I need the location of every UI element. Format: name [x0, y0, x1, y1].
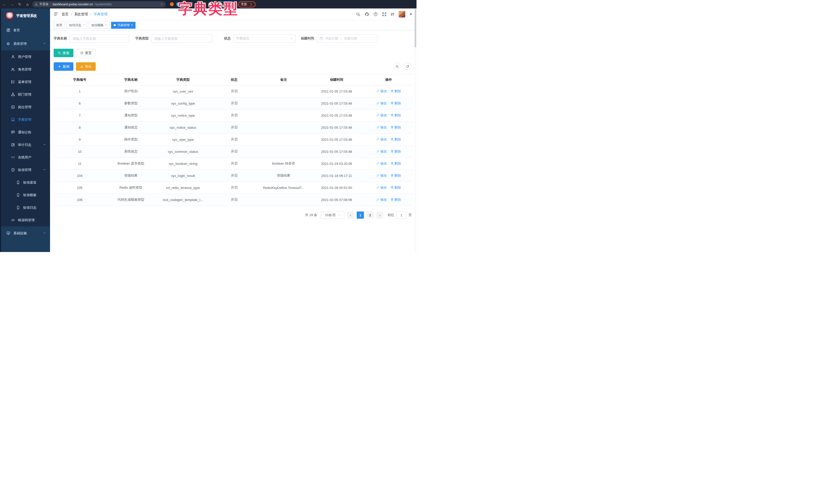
edit-link[interactable]: 修改: [377, 137, 387, 142]
close-icon[interactable]: ×: [105, 23, 107, 27]
font-size-icon[interactable]: tT: [391, 12, 394, 17]
hamburger-icon[interactable]: [54, 12, 58, 17]
cell-dict-type-link[interactable]: sys_boolean_string: [156, 158, 210, 170]
dict-type-input[interactable]: [151, 34, 212, 43]
edit-link[interactable]: 修改: [377, 125, 387, 130]
dict-name-input[interactable]: [70, 34, 129, 43]
breadcrumb-system[interactable]: 系统管理: [74, 12, 88, 17]
paused-badge[interactable]: 已暂停: [217, 1, 236, 7]
extension-icon-ghost[interactable]: [208, 2, 212, 6]
sidebar-item-在线用户[interactable]: 在线用户: [1, 151, 50, 163]
cell-dict-type-link[interactable]: sys_notice_type: [156, 109, 210, 122]
sidebar-item-短信渠道[interactable]: 短信渠道: [1, 176, 50, 189]
back-icon[interactable]: ←: [2, 2, 7, 7]
cell-dict-type-link[interactable]: tool_codegen_template_t...: [156, 194, 210, 206]
cell-dict-type-link[interactable]: sys_notice_status: [156, 122, 210, 133]
refresh-table-button[interactable]: [404, 63, 411, 70]
edit-link[interactable]: 修改: [377, 173, 387, 178]
extension-icon-leaf[interactable]: [202, 2, 206, 6]
show-search-button[interactable]: [394, 63, 401, 70]
extension-icon-blue[interactable]: [176, 2, 180, 6]
scrollbar[interactable]: [414, 8, 416, 252]
cell-dict-type-link[interactable]: sys_login_result: [156, 170, 210, 182]
update-label: 更新: [241, 2, 247, 6]
goto-page-input[interactable]: [396, 211, 406, 219]
close-icon[interactable]: ×: [131, 23, 133, 27]
sidebar-item-错误码管理[interactable]: 错误码管理: [1, 214, 50, 226]
page-button-2[interactable]: 2: [366, 211, 374, 219]
page-button-1[interactable]: 1: [357, 211, 364, 219]
delete-link[interactable]: 删除: [390, 89, 401, 94]
cell-dict-type-link[interactable]: sys_oper_type: [156, 133, 210, 146]
delete-link[interactable]: 删除: [390, 149, 401, 154]
extension-icon-on-switch[interactable]: on: [195, 2, 199, 6]
edit-link[interactable]: 修改: [377, 197, 387, 202]
delete-link[interactable]: 删除: [390, 185, 401, 190]
edit-link[interactable]: 修改: [377, 161, 387, 166]
sidebar-logo[interactable]: 芋道管理系统: [1, 8, 50, 23]
update-button[interactable]: 更新 ⋮: [238, 1, 256, 7]
delete-link[interactable]: 删除: [390, 173, 401, 178]
tab-短信日志[interactable]: 短信日志×: [67, 22, 87, 29]
cell-dict-type-link[interactable]: sys_config_type: [156, 97, 210, 109]
edit-link[interactable]: 修改: [377, 101, 387, 106]
forward-icon[interactable]: →: [9, 2, 15, 7]
scrollbar-thumb[interactable]: [415, 9, 416, 47]
sidebar-item-审计日志[interactable]: 审计日志: [1, 138, 50, 151]
search-icon[interactable]: [356, 12, 360, 17]
sidebar-item-通知公告[interactable]: 通知公告: [1, 126, 50, 138]
status-select[interactable]: 字典状态: [233, 34, 295, 43]
edit-link[interactable]: 修改: [377, 185, 387, 190]
extension-icon-grid[interactable]: [189, 2, 193, 6]
cell-dict-type-link[interactable]: inf_redis_timeout_type: [156, 182, 210, 194]
sidebar-item-短信模板[interactable]: 短信模板: [1, 189, 50, 201]
date-range-picker[interactable]: 开始日期 ~ 结束日期: [317, 34, 377, 43]
search-button[interactable]: 搜索: [54, 49, 73, 57]
sidebar-item-短信管理[interactable]: 短信管理: [1, 163, 50, 176]
sidebar-item-字典管理[interactable]: 字典管理: [1, 113, 50, 126]
add-button[interactable]: 新增: [54, 62, 73, 71]
delete-link[interactable]: 删除: [390, 137, 401, 142]
edit-link[interactable]: 修改: [377, 89, 387, 94]
kebab-menu-icon[interactable]: ⋮: [249, 2, 253, 6]
caret-down-icon[interactable]: ▼: [410, 13, 412, 16]
edit-link[interactable]: 修改: [377, 113, 387, 118]
sidebar-item-岗位管理[interactable]: 岗位管理: [1, 101, 50, 113]
sidebar-item-部门管理[interactable]: 部门管理: [1, 88, 50, 101]
github-icon[interactable]: [365, 12, 369, 17]
tab-短信模板[interactable]: 短信模板×: [89, 22, 110, 29]
bookmark-star-icon[interactable]: ☆: [160, 2, 163, 6]
tab-字典管理[interactable]: 字典管理×: [111, 22, 136, 29]
address-bar[interactable]: ⚠ 不安全 dashboard.yudao.iocoder.cn/system/…: [32, 1, 166, 7]
sidebar-item-角色管理[interactable]: 角色管理: [1, 63, 50, 76]
reset-button[interactable]: 重置: [76, 49, 96, 57]
edit-link[interactable]: 修改: [377, 149, 387, 154]
fullscreen-icon[interactable]: [382, 12, 386, 17]
delete-link[interactable]: 删除: [390, 125, 401, 130]
sidebar-item-首页[interactable]: 首页: [1, 23, 50, 37]
sidebar-item-系统管理[interactable]: ⚙系统管理: [1, 37, 50, 51]
next-page-button[interactable]: ›: [376, 211, 383, 219]
extension-icon-orange[interactable]: [170, 2, 174, 6]
delete-link[interactable]: 删除: [390, 197, 401, 202]
avatar[interactable]: [399, 11, 405, 18]
cell-dict-type-link[interactable]: sys_common_status: [156, 146, 210, 158]
cell-dict-type-link[interactable]: sys_user_sex: [156, 85, 210, 97]
delete-link[interactable]: 删除: [390, 161, 401, 166]
extension-icon-green[interactable]: [183, 2, 187, 6]
sidebar-item-用户管理[interactable]: 用户管理: [1, 51, 50, 63]
page-size-select[interactable]: 10条/页: [321, 211, 344, 219]
home-icon[interactable]: ⌂: [25, 2, 30, 7]
reload-icon[interactable]: ↻: [17, 2, 23, 7]
delete-link[interactable]: 删除: [390, 113, 401, 118]
export-button[interactable]: 导出: [76, 62, 96, 71]
close-icon[interactable]: ×: [83, 23, 85, 27]
sidebar-item-基础设施[interactable]: 基础设施: [1, 226, 50, 240]
help-icon[interactable]: [373, 12, 378, 17]
sidebar-item-菜单管理[interactable]: 菜单管理: [1, 76, 50, 88]
breadcrumb-home[interactable]: 首页: [62, 12, 69, 17]
tab-首页[interactable]: 首页: [54, 22, 65, 29]
sidebar-item-短信日志[interactable]: 短信日志: [1, 201, 50, 214]
prev-page-button[interactable]: ‹: [347, 211, 354, 219]
delete-link[interactable]: 删除: [390, 101, 401, 106]
